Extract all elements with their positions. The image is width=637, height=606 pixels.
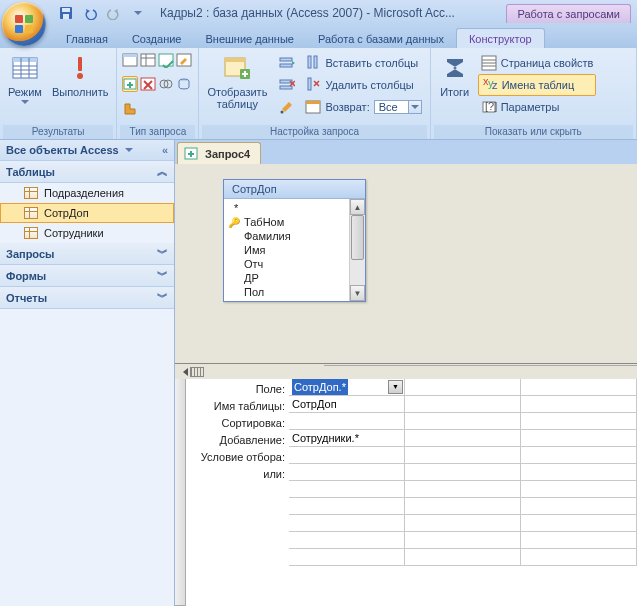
tab-database[interactable]: Работа с базами данных <box>306 29 456 48</box>
grid-cell[interactable] <box>405 481 521 498</box>
table-names-button[interactable]: xyzИмена таблиц <box>478 74 597 96</box>
grid-cell[interactable] <box>405 379 521 396</box>
svg-text:z: z <box>492 79 498 91</box>
grid-cell[interactable] <box>521 447 637 464</box>
or-cell[interactable] <box>289 464 405 481</box>
builder-button[interactable] <box>276 96 298 118</box>
or-cell[interactable] <box>289 549 405 566</box>
delete-rows-button[interactable] <box>276 74 298 96</box>
parameters-button[interactable]: [?]Параметры <box>478 96 597 118</box>
passthrough-query-icon[interactable] <box>176 76 192 92</box>
grid-cell[interactable] <box>405 464 521 481</box>
field-cell[interactable]: СотрДоп.*▼ <box>289 379 405 396</box>
select-query-icon[interactable] <box>122 52 138 68</box>
property-sheet-button[interactable]: Страница свойств <box>478 52 597 74</box>
field-item[interactable]: Имя <box>224 243 349 257</box>
datadef-query-icon[interactable] <box>122 101 138 117</box>
or-cell[interactable] <box>289 515 405 532</box>
delete-columns-button[interactable]: Удалить столбцы <box>302 74 424 96</box>
grid-cell[interactable] <box>405 413 521 430</box>
pane-splitter[interactable] <box>175 365 637 379</box>
save-button[interactable] <box>56 3 76 23</box>
scroll-left-icon[interactable] <box>179 368 188 376</box>
grid-cell[interactable] <box>521 498 637 515</box>
field-item[interactable]: * <box>224 201 349 215</box>
insert-rows-button[interactable] <box>276 52 298 74</box>
row-selector[interactable] <box>175 379 186 606</box>
grid-cell[interactable] <box>521 532 637 549</box>
doc-tab-query[interactable]: Запрос4 <box>177 142 261 164</box>
qat-customize[interactable] <box>128 3 148 23</box>
grid-cell[interactable] <box>405 447 521 464</box>
tab-external[interactable]: Внешние данные <box>194 29 306 48</box>
show-table-button[interactable]: Отобразить таблицу <box>202 50 272 112</box>
undo-button[interactable] <box>80 3 100 23</box>
totals-button[interactable]: Итоги <box>434 50 476 100</box>
scroll-down-button[interactable]: ▼ <box>350 285 365 301</box>
insert-columns-button[interactable]: Вставить столбцы <box>302 52 424 74</box>
field-item[interactable]: Фамилия <box>224 229 349 243</box>
nav-item-table[interactable]: СотрДоп <box>0 203 174 223</box>
nav-cat-forms[interactable]: Формы︾ <box>0 265 174 287</box>
update-query-icon[interactable] <box>176 52 192 68</box>
criteria-cell[interactable] <box>289 447 405 464</box>
delete-query-icon[interactable] <box>140 76 156 92</box>
maketable-query-icon[interactable] <box>158 52 174 68</box>
grid-cell[interactable] <box>405 396 521 413</box>
grid-cell[interactable] <box>405 549 521 566</box>
table-cell[interactable]: СотрДоп <box>289 396 405 413</box>
scroll-up-button[interactable]: ▲ <box>350 199 365 215</box>
append-cell[interactable]: Сотрудники.* <box>289 430 405 447</box>
nav-header[interactable]: Все объекты Access« <box>0 140 174 161</box>
grid-cell[interactable] <box>405 532 521 549</box>
append-query-icon[interactable] <box>122 76 138 92</box>
or-cell[interactable] <box>289 498 405 515</box>
nav-item-table[interactable]: Сотрудники <box>0 223 174 243</box>
column-selector[interactable] <box>440 365 556 366</box>
grid-cell[interactable] <box>521 549 637 566</box>
union-query-icon[interactable] <box>158 76 174 92</box>
nav-cat-tables[interactable]: Таблицы︽ <box>0 161 174 183</box>
tab-create[interactable]: Создание <box>120 29 194 48</box>
query-design-surface[interactable]: СотрДоп * 🔑ТабНом Фамилия Имя Отч ДР Пол <box>175 164 637 364</box>
dropdown-button[interactable]: ▼ <box>388 380 403 394</box>
tab-design[interactable]: Конструктор <box>456 28 545 48</box>
column-selector[interactable] <box>324 365 440 366</box>
field-item[interactable]: Отч <box>224 257 349 271</box>
scrollbar[interactable]: ▲ ▼ <box>349 199 365 301</box>
grid-cell[interactable] <box>521 430 637 447</box>
grid-cell[interactable] <box>521 464 637 481</box>
office-button[interactable] <box>2 2 46 46</box>
or-cell[interactable] <box>289 532 405 549</box>
splitter-grip[interactable] <box>190 367 204 377</box>
collapse-icon[interactable]: « <box>162 144 168 156</box>
field-item[interactable]: Пол <box>224 285 349 299</box>
grid-cell[interactable] <box>521 413 637 430</box>
nav-item-table[interactable]: Подразделения <box>0 183 174 203</box>
view-button[interactable]: Режим <box>3 50 47 106</box>
table-card[interactable]: СотрДоп * 🔑ТабНом Фамилия Имя Отч ДР Пол <box>223 179 366 302</box>
crosstab-query-icon[interactable] <box>140 52 156 68</box>
scroll-thumb[interactable] <box>351 215 364 260</box>
grid-cell[interactable] <box>405 430 521 447</box>
tab-home[interactable]: Главная <box>54 29 120 48</box>
grid-cell[interactable] <box>521 481 637 498</box>
grid-cell[interactable] <box>405 498 521 515</box>
run-button[interactable]: Выполнить <box>47 50 113 100</box>
sort-cell[interactable] <box>289 413 405 430</box>
grid-cell[interactable] <box>405 515 521 532</box>
or-cell[interactable] <box>289 481 405 498</box>
redo-button[interactable] <box>104 3 124 23</box>
column-selector[interactable] <box>556 365 637 366</box>
grid-cell[interactable] <box>521 396 637 413</box>
grid-cell[interactable] <box>521 515 637 532</box>
field-item[interactable]: 🔑ТабНом <box>224 215 349 229</box>
field-item[interactable]: ДР <box>224 271 349 285</box>
svg-rect-5 <box>62 8 70 12</box>
return-rows-control[interactable]: Возврат:Все <box>302 96 424 118</box>
nav-cat-queries[interactable]: Запросы︾ <box>0 243 174 265</box>
table-icon <box>24 207 38 219</box>
nav-cat-reports[interactable]: Отчеты︾ <box>0 287 174 309</box>
grid-cell[interactable] <box>521 379 637 396</box>
return-combo[interactable]: Все <box>374 100 422 114</box>
